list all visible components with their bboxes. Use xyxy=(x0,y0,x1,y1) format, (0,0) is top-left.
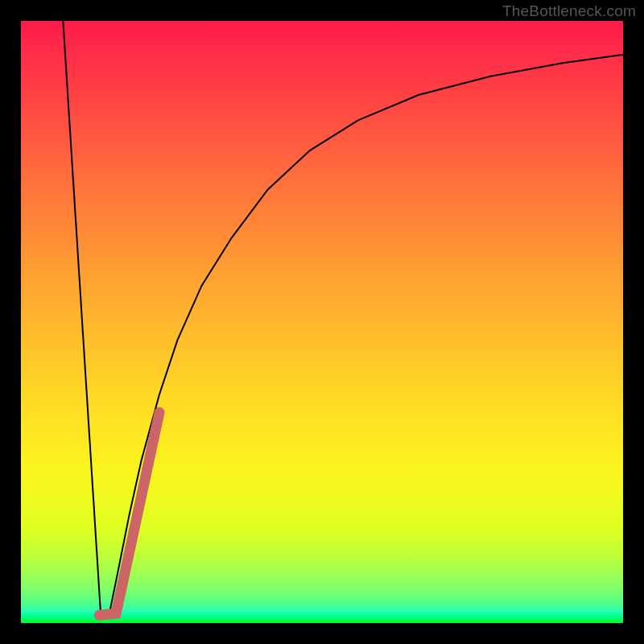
series-left-descent xyxy=(63,21,101,619)
watermark-text: TheBottleneck.com xyxy=(502,2,636,20)
series-right-curve xyxy=(108,55,623,619)
chart-curves xyxy=(21,21,623,623)
plot-area xyxy=(21,21,623,623)
chart-container: TheBottleneck.com xyxy=(0,0,644,644)
